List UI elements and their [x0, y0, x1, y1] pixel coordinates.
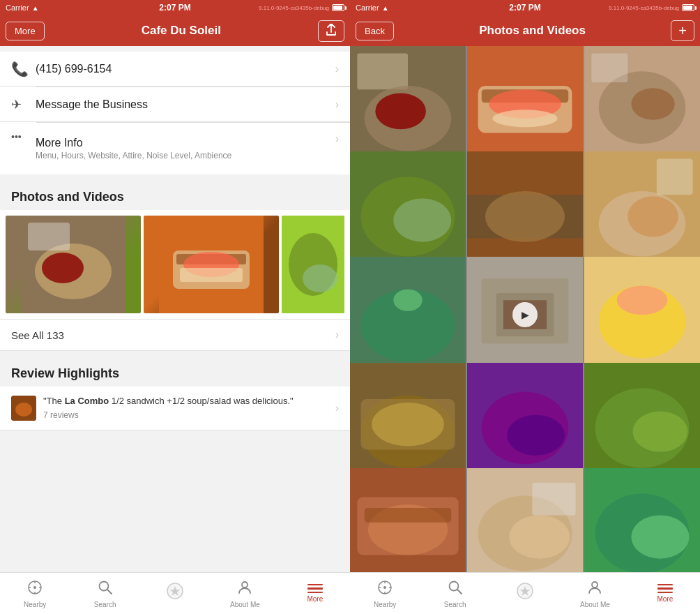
photo-2-svg: [144, 216, 279, 313]
tab-label-nearby-right: Nearby: [374, 601, 396, 608]
grid-photo-10[interactable]: [350, 363, 466, 479]
grid-photo-7[interactable]: [350, 257, 466, 373]
tab-search-left[interactable]: Search: [70, 573, 139, 614]
more-button[interactable]: More: [6, 22, 45, 40]
debug-text-left: 9.11.0-9245-ca3435b-debug: [259, 5, 329, 11]
more-info-chevron: ›: [335, 133, 339, 145]
add-photo-button[interactable]: +: [671, 20, 694, 41]
grid-photo-6[interactable]: [584, 151, 700, 267]
page-title-left: Cafe Du Soleil: [142, 24, 221, 38]
svg-rect-47: [591, 53, 627, 82]
svg-point-14: [303, 264, 337, 292]
search-icon-right: [447, 579, 464, 599]
tab-search-right[interactable]: Search: [420, 573, 489, 614]
tab-starbadge-left[interactable]: [140, 573, 210, 614]
phone-icon: 📞: [11, 61, 36, 77]
tab-nearby-right[interactable]: Nearby: [350, 573, 420, 614]
hamburger-line-1: [307, 584, 323, 586]
tab-label-search-left: Search: [94, 601, 116, 608]
hamburger-line-3: [307, 592, 323, 594]
hamburger-line-r3: [657, 592, 673, 594]
tab-nearby-left[interactable]: Nearby: [0, 573, 70, 614]
svg-point-46: [631, 88, 674, 120]
photo-thumb-3[interactable]: [282, 216, 344, 313]
share-button[interactable]: [318, 20, 344, 42]
review-text-content: "The La Combo 1/2 sandwich +1/2 soup/sal…: [43, 395, 335, 421]
review-quote: "The La Combo 1/2 sandwich +1/2 soup/sal…: [43, 395, 335, 407]
svg-point-51: [393, 199, 451, 242]
svg-rect-4: [28, 223, 70, 250]
more-info-title: More Info: [36, 137, 335, 149]
photo-thumb-1[interactable]: [6, 216, 141, 313]
svg-point-28: [242, 582, 248, 587]
carrier-text-right: Carrier: [356, 3, 379, 12]
status-time-right: 2:07 PM: [509, 3, 540, 13]
tab-bar-left: Nearby Search: [0, 572, 350, 614]
see-all-button[interactable]: See All 133 ›: [0, 319, 350, 351]
grid-photo-2[interactable]: [467, 46, 583, 162]
right-screen: Carrier ▲ 2:07 PM 9.11.0-9245-ca3435b-de…: [350, 0, 700, 614]
svg-line-25: [107, 590, 112, 594]
tab-more-right[interactable]: More: [630, 573, 700, 614]
grid-photo-9[interactable]: [584, 257, 700, 373]
tab-bar-right: Nearby Search: [350, 572, 700, 614]
review-count: 7 reviews: [43, 410, 335, 421]
tab-label-aboutme-right: About Me: [580, 601, 610, 608]
grid-photo-3[interactable]: [584, 46, 700, 162]
grid-photo-4[interactable]: [350, 151, 466, 267]
grid-photo-10-img: [350, 363, 466, 479]
svg-point-88: [633, 411, 688, 451]
tab-aboutme-left[interactable]: About Me: [210, 573, 280, 614]
phone-item[interactable]: 📞 (415) 699-6154 ›: [0, 52, 350, 87]
hamburger-line-2: [307, 587, 323, 590]
status-bar-right: Carrier ▲ 2:07 PM 9.11.0-9245-ca3435b-de…: [350, 0, 700, 15]
review-chevron: ›: [335, 402, 339, 414]
grid-photo-5[interactable]: [467, 151, 583, 267]
star-badge-icon-right: [515, 583, 535, 602]
more-info-subtitle: Menu, Hours, Website, Attire, Noise Leve…: [36, 151, 335, 160]
hamburger-line-r2: [657, 587, 673, 590]
message-icon: ✈: [11, 97, 36, 112]
tab-label-search-right: Search: [444, 601, 466, 608]
tab-aboutme-right[interactable]: About Me: [560, 573, 630, 614]
more-info-item[interactable]: ••• More Info Menu, Hours, Website, Atti…: [0, 123, 350, 174]
photo-3-svg: [282, 216, 344, 313]
svg-point-55: [485, 191, 565, 242]
add-icon: +: [678, 23, 687, 38]
tab-more-left[interactable]: More: [280, 573, 350, 614]
svg-point-76: [617, 286, 668, 315]
grid-photo-9-img: [584, 257, 700, 373]
grid-photo-14[interactable]: [467, 468, 583, 572]
grid-photo-12[interactable]: [584, 363, 700, 479]
grid-photo-11[interactable]: [467, 363, 583, 479]
person-icon-left: [236, 579, 253, 599]
photo-thumb-2[interactable]: [144, 216, 279, 313]
review-item[interactable]: "The La Combo 1/2 sandwich +1/2 soup/sal…: [0, 387, 350, 430]
wifi-icon: ▲: [32, 4, 39, 12]
grid-photo-1-img: [350, 46, 466, 162]
grid-photo-8[interactable]: ▶: [467, 257, 583, 373]
grid-photo-13-img: [350, 468, 466, 572]
svg-point-84: [507, 414, 565, 455]
battery-icon-right: [682, 4, 694, 11]
nearby-icon-right: [376, 579, 393, 599]
tab-starbadge-right[interactable]: [490, 573, 560, 614]
grid-photo-13[interactable]: [350, 468, 466, 572]
nearby-icon-left: [26, 579, 43, 599]
review-avatar: [11, 396, 36, 421]
review-section: "The La Combo 1/2 sandwich +1/2 soup/sal…: [0, 387, 350, 430]
message-item[interactable]: ✈ Message the Business ›: [0, 87, 350, 122]
more-info-content: More Info Menu, Hours, Website, Attire, …: [36, 130, 335, 167]
message-title: Message the Business: [36, 98, 335, 111]
status-time-left: 2:07 PM: [159, 3, 190, 13]
back-button[interactable]: Back: [356, 22, 394, 40]
svg-point-39: [492, 110, 557, 127]
svg-point-101: [631, 515, 689, 558]
grid-photo-7-img: [350, 257, 466, 373]
grid-photo-15[interactable]: [584, 468, 700, 572]
svg-rect-62: [657, 159, 693, 195]
nav-bar-right: Back Photos and Videos +: [350, 15, 700, 46]
tab-label-more-left: More: [307, 595, 323, 603]
play-button[interactable]: ▶: [512, 302, 538, 327]
grid-photo-1[interactable]: [350, 46, 466, 162]
